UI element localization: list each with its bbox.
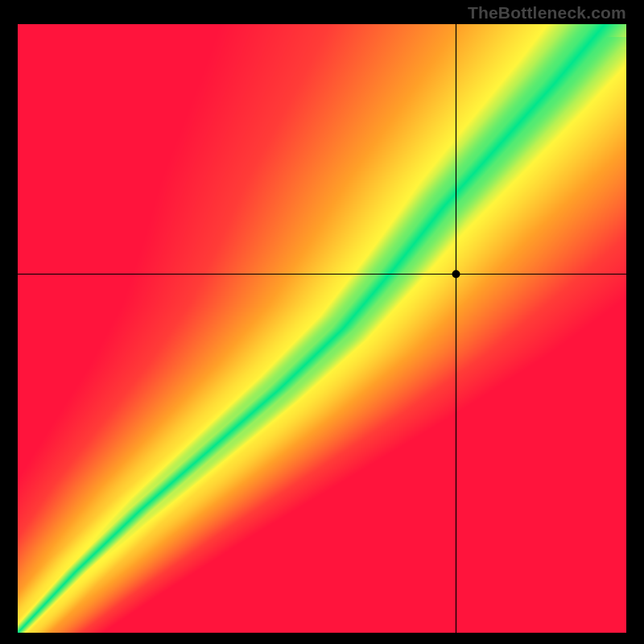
stage: TheBottleneck.com [0, 0, 644, 644]
brand-label: TheBottleneck.com [468, 3, 626, 23]
bottleneck-heatmap [18, 24, 626, 633]
